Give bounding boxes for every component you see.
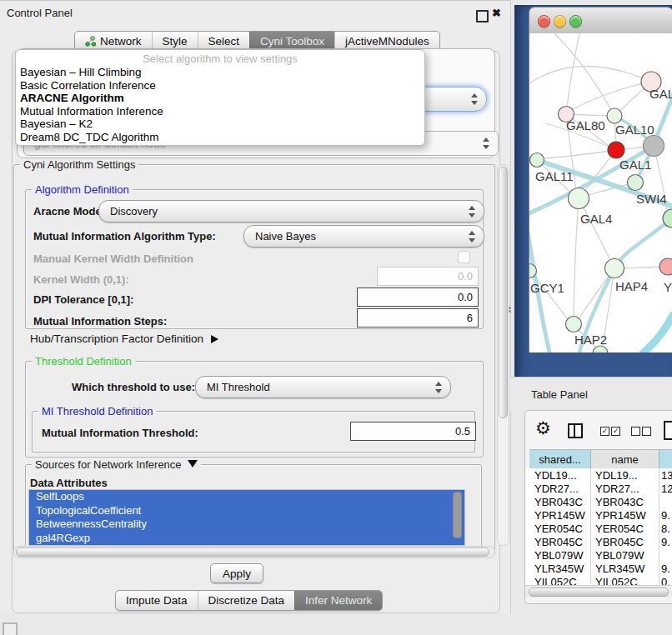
- table-row[interactable]: YIL052CYIL052C0.: [525, 576, 672, 585]
- label-hap4: HAP4: [615, 279, 648, 293]
- attribute-item-selected[interactable]: TopologicalCoefficient: [29, 504, 464, 518]
- tab-label: Infer Network: [305, 594, 372, 607]
- table-row[interactable]: YDR27...YDR27...12: [525, 482, 672, 496]
- attribute-item-selected[interactable]: BetweennessCentrality: [29, 518, 464, 532]
- aracne-mode-combo[interactable]: Discovery: [98, 200, 484, 222]
- expander-arrow-icon: [211, 335, 218, 343]
- which-threshold-combo[interactable]: MI Threshold: [195, 376, 451, 398]
- scrollbar-thumb[interactable]: [499, 167, 508, 418]
- dropdown-hint: Select algorithm to view settings: [16, 52, 424, 66]
- deselect-all-checkbox-icon2[interactable]: [642, 427, 651, 436]
- attribute-item-selected[interactable]: SelfLoops: [29, 490, 464, 504]
- node-gal1-selected[interactable]: [608, 142, 624, 158]
- attribute-item-selected[interactable]: gal4RGexp: [29, 532, 464, 546]
- settings-vertical-scrollbar[interactable]: [497, 164, 509, 546]
- network-icon: [85, 36, 96, 47]
- table-body: YDL19...YDL19...13 YDR27...YDR27...12 YB…: [525, 468, 672, 585]
- combo-stepper-icon: [435, 382, 443, 393]
- label-gcy1: GCY1: [530, 281, 564, 295]
- close-icon[interactable]: ✖: [492, 7, 501, 19]
- mi-steps-field[interactable]: 6: [357, 308, 479, 328]
- node-hap2[interactable]: [566, 317, 582, 332]
- mi-threshold-value: 0.5: [455, 425, 470, 438]
- node-salmon[interactable]: [659, 258, 672, 275]
- minimized-panel-icon[interactable]: [3, 622, 18, 635]
- column-header-name[interactable]: name: [591, 449, 659, 470]
- network-view-canvas[interactable]: GAL GAL80 GAL10 GAL1 GAL11 GAL4 SWI4 GCY…: [529, 33, 672, 352]
- table-row[interactable]: YDL19...YDL19...13: [525, 469, 672, 482]
- combo-stepper-icon: [469, 231, 476, 242]
- gear-icon[interactable]: ⚙: [535, 418, 551, 438]
- dropdown-item-aracne[interactable]: ARACNE Algorithm: [16, 92, 424, 105]
- attribute-list-scrollbar[interactable]: [453, 492, 462, 538]
- node-labels: GAL GAL80 GAL10 GAL1 GAL11 GAL4 SWI4 GCY…: [530, 87, 672, 347]
- algorithm-definition-title: Algorithm Definition: [32, 183, 133, 196]
- column-layout-icon[interactable]: [568, 423, 583, 438]
- tab-label: Select: [208, 35, 240, 48]
- tab-infer-network[interactable]: Infer Network: [294, 591, 382, 610]
- mi-type-combo[interactable]: Naive Bayes: [243, 225, 484, 248]
- dropdown-item[interactable]: Dream8 DC_TDC Algorithm: [16, 131, 424, 144]
- table-row[interactable]: YBR045CYBR045C9.: [525, 536, 672, 549]
- table-row[interactable]: YER054CYER054C8.: [525, 522, 672, 536]
- collapse-arrow-icon: [188, 460, 198, 468]
- hub-definition-expander[interactable]: Hub/Transcription Factor Definition: [30, 332, 218, 345]
- node-gray[interactable]: [644, 136, 664, 157]
- tab-impute-data[interactable]: Impute Data: [116, 591, 198, 610]
- header-label: name: [611, 453, 639, 466]
- close-traffic-light-icon[interactable]: [538, 15, 550, 28]
- table-horizontal-scrollbar[interactable]: [525, 585, 672, 598]
- scrollbar-thumb[interactable]: [529, 588, 669, 597]
- label-gal11: GAL11: [535, 169, 574, 183]
- kernel-width-field[interactable]: 0.0: [377, 267, 479, 286]
- mi-threshold-field[interactable]: 0.5: [350, 422, 476, 441]
- aracne-mode-value: Discovery: [110, 205, 158, 218]
- node-swi4[interactable]: [628, 175, 644, 191]
- panel-splitter-grip[interactable]: [509, 306, 513, 313]
- node-gal4[interactable]: [569, 188, 589, 209]
- table-row[interactable]: YBR043CYBR043C: [525, 496, 672, 509]
- network-desktop: GAL GAL80 GAL10 GAL1 GAL11 GAL4 SWI4 GCY…: [514, 5, 672, 377]
- settings-horizontal-scrollbar[interactable]: [13, 546, 495, 558]
- manual-kernel-checkbox[interactable]: [458, 251, 470, 263]
- cyni-bottom-tabbar: Impute Data Discretize Data Infer Networ…: [115, 590, 383, 611]
- tab-discretize-data[interactable]: Discretize Data: [198, 591, 295, 610]
- dropdown-item[interactable]: Bayesian – Hill Climbing: [16, 66, 424, 79]
- kernel-width-value: 0.0: [458, 270, 473, 282]
- dropdown-item[interactable]: Bayesian – K2: [16, 118, 424, 131]
- mi-type-label: Mutual Information Algorithm Type:: [33, 230, 216, 242]
- dpi-tolerance-label: DPI Tolerance [0,1]:: [33, 293, 133, 306]
- tab-label: Discretize Data: [208, 594, 285, 607]
- label-y-clipped: Y: [664, 280, 672, 294]
- node-hap4[interactable]: [605, 259, 624, 278]
- deselect-all-checkbox-icon[interactable]: [631, 427, 640, 436]
- apply-button[interactable]: Apply: [210, 563, 263, 583]
- dpi-tolerance-field[interactable]: 0.0: [357, 288, 479, 307]
- network-window-titlebar[interactable]: [529, 7, 672, 35]
- label-gal4: GAL4: [580, 212, 612, 226]
- column-header-clipped[interactable]: [659, 449, 672, 470]
- dropdown-item[interactable]: Basic Correlation Inference: [16, 79, 424, 92]
- table-row[interactable]: YBL079WYBL079W: [525, 549, 672, 562]
- mi-type-value: Naive Bayes: [255, 230, 316, 242]
- grid-line: [659, 468, 659, 584]
- node-gal11[interactable]: [530, 153, 544, 168]
- label-gal80: GAL80: [566, 118, 605, 132]
- select-all-checkbox-icon2[interactable]: ✓: [611, 427, 620, 436]
- select-all-checkbox-icon[interactable]: ✓: [600, 427, 609, 436]
- sources-title[interactable]: Sources for Network Inference: [32, 458, 201, 471]
- scrollbar-thumb[interactable]: [16, 548, 489, 557]
- control-panel: Control Panel ✖ Network Style Select Cyn…: [0, 0, 511, 613]
- new-table-icon[interactable]: [664, 421, 672, 440]
- dropdown-item[interactable]: Mutual Information Inference: [16, 105, 424, 118]
- tab-label: Style: [163, 35, 188, 48]
- table-row[interactable]: YLR345WYLR345W9.: [525, 562, 672, 576]
- table-row[interactable]: YPR145WYPR145W9.: [525, 509, 672, 522]
- zoom-traffic-light-icon[interactable]: [569, 15, 582, 28]
- aracne-mode-label: Aracne Mode:: [33, 205, 105, 218]
- minimize-traffic-light-icon[interactable]: [554, 15, 566, 28]
- column-header-shared[interactable]: shared...: [529, 449, 591, 470]
- node-gal10[interactable]: [607, 108, 622, 123]
- table-panel: ⚙ ✓ ✓ shared... name .th{top:46px;} YDL1…: [524, 410, 672, 604]
- float-window-icon[interactable]: [476, 10, 489, 22]
